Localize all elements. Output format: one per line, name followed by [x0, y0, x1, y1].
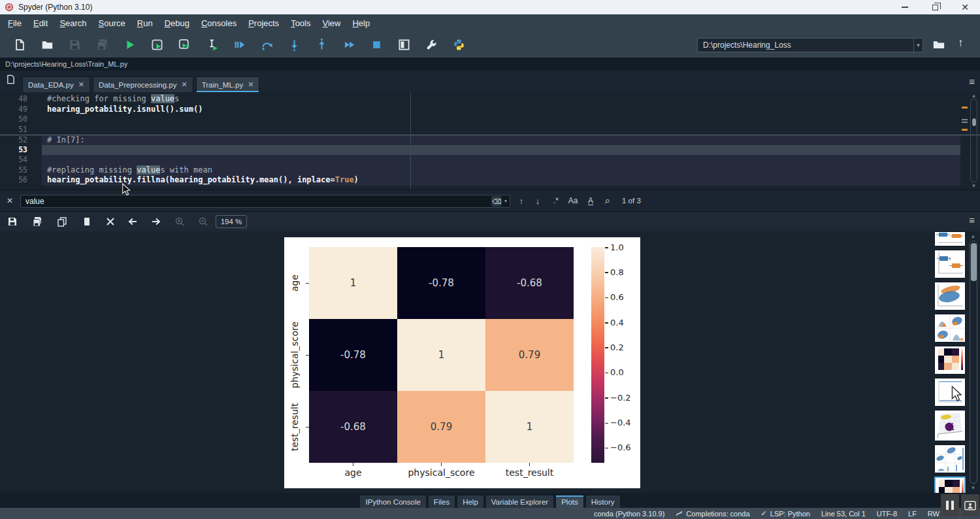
menu-view[interactable]: View	[316, 14, 346, 32]
tab-close-icon[interactable]: ✕	[78, 80, 84, 89]
encoding-status[interactable]: UTF-8	[877, 510, 897, 518]
search-icon[interactable]: ⌕	[600, 193, 615, 208]
plot-thumbnail-boxplot[interactable]	[934, 250, 966, 278]
scrollbar-thumb[interactable]	[971, 243, 977, 281]
browse-tabs-button[interactable]	[6, 75, 16, 87]
code-line-content[interactable]: #checking for missing values	[42, 94, 960, 105]
next-plot-button[interactable]	[149, 214, 163, 229]
pane-tab-history[interactable]: History	[585, 495, 621, 508]
scrollbar-track[interactable]	[970, 99, 977, 182]
menu-consoles[interactable]: Consoles	[195, 14, 242, 32]
scroll-up-icon[interactable]: ▲	[970, 234, 977, 239]
step-return-button[interactable]	[314, 37, 329, 53]
scroll-flag[interactable]	[962, 122, 968, 123]
menu-debug[interactable]: Debug	[159, 14, 195, 32]
completions-status[interactable]: Completions: conda	[676, 510, 749, 518]
save-all-plots-button[interactable]	[30, 214, 44, 229]
code-line-content[interactable]	[42, 125, 960, 135]
remove-all-plots-button[interactable]	[103, 214, 118, 229]
tab-close-icon[interactable]: ✕	[248, 80, 253, 89]
pane-tab-plots[interactable]: Plots	[555, 495, 584, 508]
scroll-flag[interactable]	[962, 119, 968, 120]
maximize-pane-button[interactable]	[396, 37, 412, 53]
code-line-content[interactable]: # In[7]:	[42, 135, 960, 145]
plots-options-icon[interactable]: ≡	[969, 214, 975, 226]
menu-run[interactable]: Run	[131, 14, 159, 32]
permissions-status[interactable]: RW	[928, 510, 939, 518]
editor-line-53[interactable]: 53	[0, 145, 980, 156]
code-line-content[interactable]	[42, 155, 960, 165]
editor-line-56[interactable]: 56hearing_potability.fillna(hearing_pota…	[0, 175, 980, 186]
pane-tab-files[interactable]: Files	[428, 495, 455, 508]
working-directory-combo[interactable]: D:\projects\Hearing_Loss ▾	[697, 38, 923, 52]
save-button[interactable]	[67, 37, 82, 53]
editor-line-51[interactable]: 51	[0, 125, 980, 135]
find-close-icon[interactable]: ✕	[7, 196, 13, 205]
eol-status[interactable]: LF	[908, 510, 917, 518]
code-line-content[interactable]: hearing_potability.fillna(hearing_potabi…	[42, 175, 960, 186]
step-over-button[interactable]	[259, 37, 274, 53]
code-line-content[interactable]	[42, 114, 960, 125]
clear-search-icon[interactable]: ⌫	[491, 196, 502, 207]
continue-button[interactable]	[341, 37, 357, 53]
screenshot-button[interactable]	[961, 494, 979, 516]
editor-line-48[interactable]: 48#checking for missing values	[0, 94, 980, 105]
scrollbar-thumb[interactable]	[972, 118, 977, 127]
whole-word-toggle-button[interactable]: A	[583, 193, 598, 208]
minimize-button[interactable]	[890, 0, 920, 14]
debug-file-button[interactable]	[231, 37, 247, 53]
editor-line-52[interactable]: 52# In[7]:	[0, 135, 980, 145]
pane-tab-help[interactable]: Help	[457, 495, 484, 508]
run-cell-advance-button[interactable]	[176, 37, 192, 53]
menu-search[interactable]: Search	[54, 14, 92, 32]
pane-tab-variable-explorer[interactable]: Variable Explorer	[485, 495, 554, 508]
search-history-caret-icon[interactable]: ▾	[504, 198, 507, 204]
save-plot-button[interactable]	[5, 214, 20, 229]
thumbnails-scrollbar[interactable]: ▲ ▼	[970, 234, 978, 490]
menu-tools[interactable]: Tools	[285, 14, 316, 32]
pane-tab-ipython-console[interactable]: IPython Console	[359, 495, 426, 508]
chevron-down-icon[interactable]: ▾	[913, 39, 923, 52]
go-up-directory-button[interactable]: ↑	[958, 37, 964, 50]
find-next-button[interactable]: ↓	[531, 193, 545, 208]
menu-projects[interactable]: Projects	[242, 14, 285, 32]
run-cell-button[interactable]	[149, 37, 165, 53]
remove-plot-button[interactable]	[80, 214, 94, 229]
scroll-down-icon[interactable]: ▼	[970, 486, 977, 491]
menu-help[interactable]: Help	[346, 14, 376, 32]
plot-thumbnail-boxplot-partial[interactable]	[934, 231, 966, 246]
interpreter-status[interactable]: conda (Python 3.10.9)	[594, 510, 664, 518]
case-sensitive-toggle-button[interactable]: Aa	[566, 193, 580, 208]
find-previous-button[interactable]: ↑	[514, 193, 529, 208]
search-input[interactable]	[20, 195, 510, 208]
plot-thumbnail-heatmap[interactable]	[934, 346, 966, 375]
menu-source[interactable]: Source	[93, 14, 131, 32]
editor-tab-Train_ML.py[interactable]: Train_ML.py✕	[196, 76, 260, 92]
menu-file[interactable]: File	[2, 14, 27, 32]
cursor-position-status[interactable]: Line 53, Col 1	[821, 510, 866, 518]
zoom-out-button[interactable]	[196, 214, 210, 229]
occurrence-flag[interactable]	[962, 107, 968, 109]
editor-tab-Data_EDA.py[interactable]: Data_EDA.py✕	[22, 76, 90, 92]
editor-line-55[interactable]: 55#replacing missing values with mean	[0, 165, 980, 176]
code-editor[interactable]: 48#checking for missing values49hearing_…	[0, 92, 980, 190]
save-all-button[interactable]	[94, 37, 110, 53]
plot-thumbnail-pairplot-small[interactable]	[934, 314, 966, 343]
code-line-content[interactable]: #replacing missing values with mean	[42, 165, 960, 176]
regex-toggle-button[interactable]: .*	[549, 193, 563, 208]
stop-button[interactable]	[368, 37, 384, 53]
plot-thumbnail-pairplot-large[interactable]	[934, 444, 966, 473]
menu-edit[interactable]: Edit	[27, 14, 54, 32]
run-file-button[interactable]	[122, 37, 137, 53]
plot-thumbnail-scatter-3d[interactable]	[934, 410, 966, 441]
code-line-content[interactable]: hearing_potability.isnull().sum()	[42, 105, 960, 115]
preferences-button[interactable]	[423, 37, 439, 53]
close-button[interactable]: ✕	[950, 0, 980, 14]
browse-directory-button[interactable]	[932, 38, 945, 54]
python-path-manager-button[interactable]	[451, 37, 466, 53]
lsp-status[interactable]: ✓ LSP: Python	[761, 509, 810, 518]
open-file-button[interactable]	[39, 37, 55, 53]
scroll-up-icon[interactable]: ▲	[970, 93, 977, 99]
editor-line-50[interactable]: 50	[0, 114, 980, 125]
tab-close-icon[interactable]: ✕	[181, 80, 187, 89]
